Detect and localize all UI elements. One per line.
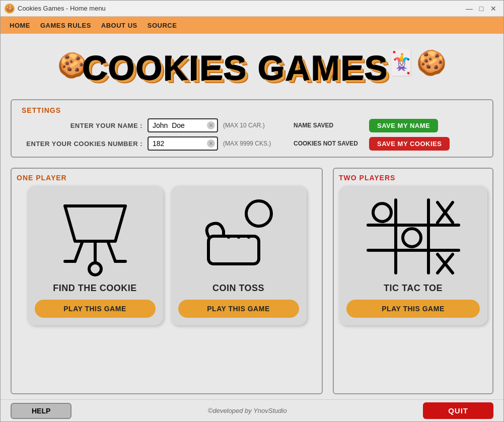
tic-tac-toe-icon <box>346 193 480 279</box>
menu-item-home[interactable]: HOME <box>5 20 35 31</box>
two-players-section: TWO PLAYERS <box>333 168 493 394</box>
coin-toss-icon <box>188 193 289 279</box>
settings-label: SETTINGS <box>22 106 482 114</box>
svg-point-7 <box>246 201 271 226</box>
find-cookie-play-button[interactable]: PLAY THIS GAME <box>35 300 156 318</box>
save-cookies-button[interactable]: SAVE MY COOKIES <box>369 137 450 151</box>
one-player-games-row: FIND THE COOKIE PLAY THIS GAME <box>17 186 317 325</box>
svg-marker-0 <box>65 206 125 241</box>
svg-point-19 <box>403 229 421 247</box>
app-icon: 🍪 <box>5 4 15 14</box>
window-title: Cookies Games - Home menu <box>18 5 463 12</box>
tic-tac-toe-title: TIC TAC TOE <box>384 283 443 294</box>
cards-icon: 🃏🍪 <box>386 49 447 77</box>
quit-button[interactable]: QUIT <box>423 402 493 419</box>
footer-credit: ©developed by YnovStudio <box>71 407 423 414</box>
footer: HELP ©developed by YnovStudio QUIT <box>1 399 503 421</box>
cookies-row: ENTER YOUR COOKIES NUMBER : ✕ (MAX 9999 … <box>22 136 482 151</box>
header: 🍪 COOKIES GAMES 🃏🍪 <box>1 34 503 99</box>
menu-item-games-rules[interactable]: GAMES RULES <box>35 20 96 31</box>
one-player-label: ONE PLAYER <box>17 174 317 182</box>
close-button[interactable]: ✕ <box>487 3 499 15</box>
cookies-status: COOKIES NOT SAVED <box>294 140 369 147</box>
cookies-field-label: ENTER YOUR COOKIES NUMBER : <box>22 140 142 148</box>
coin-toss-card[interactable]: COIN TOSS PLAY THIS GAME <box>171 186 307 325</box>
coin-toss-play-button[interactable]: PLAY THIS GAME <box>178 300 299 318</box>
name-clear-button[interactable]: ✕ <box>207 121 215 129</box>
svg-point-5 <box>89 263 101 275</box>
maximize-button[interactable]: □ <box>475 3 487 15</box>
cookies-hint: (MAX 9999 CKS.) <box>223 140 289 147</box>
cookies-input-wrap: ✕ <box>148 136 218 151</box>
svg-point-16 <box>373 203 391 222</box>
svg-rect-8 <box>208 236 259 264</box>
coin-toss-title: COIN TOSS <box>212 283 264 294</box>
two-players-label: TWO PLAYERS <box>339 174 487 182</box>
name-row: ENTER YOUR NAME : ✕ (MAX 10 CAR.) NAME S… <box>22 118 482 132</box>
minimize-button[interactable]: — <box>463 3 475 15</box>
menu-item-source[interactable]: SOURCE <box>142 20 182 31</box>
logo-text: COOKIES GAMES <box>83 48 389 88</box>
svg-line-1 <box>75 241 83 261</box>
menu-bar: HOME GAMES RULES ABOUT US SOURCE <box>1 17 503 34</box>
tic-tac-toe-play-button[interactable]: PLAY THIS GAME <box>346 300 480 318</box>
settings-section: SETTINGS ENTER YOUR NAME : ✕ (MAX 10 CAR… <box>11 99 493 158</box>
tic-tac-toe-card[interactable]: TIC TAC TOE PLAY THIS GAME <box>339 186 487 325</box>
main-content: 🍪 COOKIES GAMES 🃏🍪 SETTINGS ENTER YOUR N… <box>1 34 503 421</box>
name-hint: (MAX 10 CAR.) <box>223 122 289 129</box>
menu-item-about-us[interactable]: ABOUT US <box>96 20 142 31</box>
games-area: ONE PLAYER <box>1 163 503 399</box>
find-cookie-card[interactable]: FIND THE COOKIE PLAY THIS GAME <box>27 186 163 325</box>
title-bar: 🍪 Cookies Games - Home menu — □ ✕ <box>1 1 503 17</box>
help-button[interactable]: HELP <box>11 403 71 419</box>
name-status: NAME SAVED <box>294 122 369 129</box>
find-cookie-icon <box>45 193 146 279</box>
find-cookie-title: FIND THE COOKIE <box>53 283 137 294</box>
save-name-button[interactable]: SAVE MY NAME <box>369 119 438 132</box>
one-player-section: ONE PLAYER <box>11 168 323 394</box>
logo-container: 🍪 COOKIES GAMES 🃏🍪 <box>57 48 447 88</box>
name-field-label: ENTER YOUR NAME : <box>22 122 142 129</box>
cookies-clear-button[interactable]: ✕ <box>207 139 215 148</box>
name-input-wrap: ✕ <box>148 118 218 132</box>
svg-line-2 <box>108 241 115 261</box>
